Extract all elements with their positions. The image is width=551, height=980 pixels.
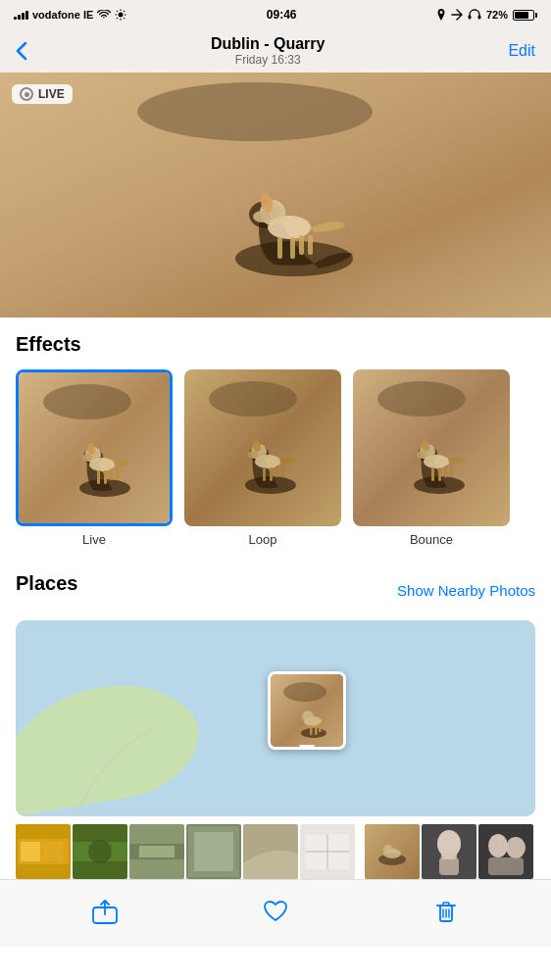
effect-thumb-loop[interactable]: [184, 369, 341, 526]
places-header: Places Show Nearby Photos: [16, 572, 535, 609]
svg-rect-55: [431, 467, 434, 481]
svg-rect-46: [281, 466, 284, 477]
location-icon: [436, 9, 446, 21]
film-thumb-4[interactable]: [186, 824, 241, 879]
svg-rect-20: [290, 237, 295, 259]
svg-point-36: [209, 381, 297, 416]
svg-rect-45: [276, 466, 278, 477]
svg-rect-32: [104, 470, 107, 484]
battery-pct-label: 72%: [486, 9, 508, 21]
nav-title-block: Dublin - Quarry Friday 16:33: [211, 35, 325, 67]
share-button[interactable]: [85, 892, 125, 931]
back-button[interactable]: [16, 41, 27, 61]
svg-point-62: [301, 728, 326, 738]
effects-title: Effects: [16, 333, 535, 356]
svg-rect-56: [438, 467, 441, 481]
svg-line-5: [117, 11, 118, 12]
svg-point-64: [302, 710, 314, 722]
svg-point-29: [82, 454, 92, 462]
effects-row: Live: [16, 369, 535, 547]
svg-point-53: [417, 451, 426, 459]
film-thumb-5[interactable]: [243, 824, 298, 879]
svg-rect-21: [299, 235, 304, 255]
svg-point-95: [488, 834, 508, 858]
film-thumb-6[interactable]: [300, 824, 355, 879]
svg-point-96: [506, 837, 526, 858]
show-nearby-button[interactable]: Show Nearby Photos: [397, 582, 535, 599]
headphones-icon: [468, 9, 481, 21]
share-icon: [91, 898, 119, 925]
svg-rect-71: [43, 842, 63, 861]
brightness-icon: [115, 9, 126, 21]
edit-button[interactable]: Edit: [508, 42, 535, 60]
svg-rect-93: [441, 852, 457, 859]
film-gap: [357, 824, 363, 879]
svg-rect-10: [477, 16, 480, 20]
svg-rect-70: [21, 842, 40, 861]
delete-button[interactable]: [426, 892, 466, 931]
svg-rect-31: [97, 470, 100, 484]
svg-point-74: [88, 840, 112, 863]
main-photo: LIVE: [0, 73, 551, 318]
film-thumb-8[interactable]: [422, 824, 476, 879]
trash-icon: [432, 898, 460, 925]
effects-section: Effects: [0, 318, 551, 557]
status-time: 09:46: [267, 8, 297, 22]
carrier-label: vodafone IE: [32, 9, 93, 21]
status-left: vodafone IE: [14, 9, 126, 21]
film-thumb-2[interactable]: [73, 824, 127, 879]
svg-rect-97: [488, 858, 524, 875]
svg-rect-44: [270, 467, 273, 481]
film-thumb-7[interactable]: [365, 824, 420, 879]
svg-rect-33: [110, 468, 113, 480]
heart-icon: [262, 898, 289, 925]
svg-rect-77: [139, 846, 175, 858]
arrow-icon: [451, 9, 463, 21]
effect-label-live: Live: [82, 532, 106, 547]
bottom-toolbar: [0, 879, 551, 947]
places-section: Places Show Nearby Photos: [0, 557, 551, 879]
effect-item-live[interactable]: Live: [16, 369, 173, 547]
effect-label-loop: Loop: [249, 532, 277, 547]
live-badge-icon: [20, 87, 33, 101]
svg-point-12: [137, 82, 373, 141]
svg-rect-9: [468, 16, 471, 20]
battery-icon: [513, 10, 537, 21]
svg-rect-65: [310, 725, 313, 735]
svg-point-24: [43, 384, 131, 419]
svg-rect-92: [439, 858, 459, 875]
film-thumb-3[interactable]: [129, 824, 184, 879]
nav-title: Dublin - Quarry: [211, 35, 325, 53]
svg-point-41: [248, 451, 258, 459]
effect-thumb-bounce[interactable]: [353, 369, 510, 526]
svg-point-48: [377, 381, 466, 416]
film-strip: [16, 816, 535, 879]
effect-thumb-live[interactable]: [16, 369, 173, 526]
nav-subtitle: Friday 16:33: [211, 53, 325, 67]
svg-point-0: [119, 13, 124, 18]
svg-line-8: [117, 18, 118, 19]
nav-bar: Dublin - Quarry Friday 16:33 Edit: [0, 27, 551, 73]
live-badge: LIVE: [12, 84, 73, 104]
svg-rect-67: [319, 723, 322, 732]
map-pin: [268, 671, 346, 750]
favorite-button[interactable]: [256, 892, 295, 931]
signal-icon: [14, 10, 28, 20]
film-thumb-1[interactable]: [16, 824, 71, 879]
effect-label-bounce: Bounce: [410, 532, 453, 547]
svg-rect-34: [116, 468, 119, 480]
svg-rect-19: [277, 237, 282, 259]
svg-line-6: [124, 18, 125, 19]
status-right: 72%: [436, 9, 537, 21]
effect-item-loop[interactable]: Loop: [184, 369, 341, 547]
effect-item-bounce[interactable]: Bounce: [353, 369, 510, 547]
svg-rect-66: [315, 725, 318, 735]
places-title: Places: [16, 572, 77, 595]
map-container[interactable]: [16, 620, 535, 816]
film-thumb-9[interactable]: [478, 824, 533, 879]
svg-rect-57: [444, 466, 447, 477]
svg-rect-43: [263, 467, 266, 481]
wifi-icon: [97, 10, 111, 20]
svg-rect-80: [194, 832, 233, 871]
svg-rect-58: [450, 466, 453, 477]
